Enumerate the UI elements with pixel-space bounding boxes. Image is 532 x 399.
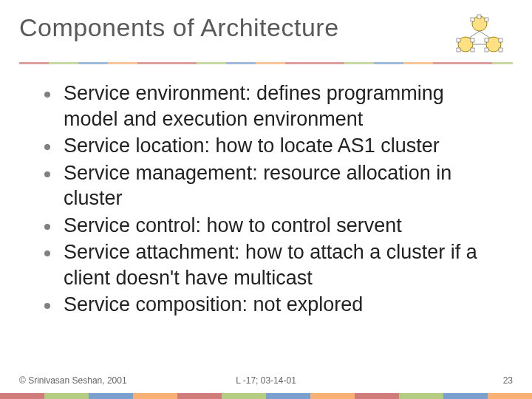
footer-bar [0,393,532,399]
footer: © Srinivasan Seshan, 2001 L -17; 03-14-0… [0,375,532,386]
svg-rect-9 [457,38,460,42]
svg-rect-13 [485,38,488,42]
svg-rect-6 [471,18,474,21]
svg-rect-7 [485,18,488,21]
list-item: Service attachment: how to attach a clus… [44,239,502,290]
svg-line-3 [468,31,480,38]
footer-copyright: © Srinivasan Seshan, 2001 [19,375,127,386]
bullet-text: Service location: how to locate AS1 clus… [64,133,440,159]
list-item: Service composition: not explored [44,292,502,318]
bullet-icon [44,224,50,230]
bullet-list: Service environment: defines programming… [44,81,502,318]
slide-title: Components of Architecture [19,13,339,42]
list-item: Service location: how to locate AS1 clus… [44,133,502,159]
slide-body: Service environment: defines programming… [0,64,532,318]
svg-rect-15 [485,48,488,52]
list-item: Service environment: defines programming… [44,81,502,132]
bullet-icon [44,92,50,98]
bullet-icon [44,144,50,150]
footer-lecture-id: L -17; 03-14-01 [236,375,296,386]
bullet-text: Service environment: defines programming… [64,81,502,132]
svg-rect-12 [471,48,474,52]
bullet-text: Service control: how to control servent [64,213,402,239]
title-row: Components of Architecture [0,0,532,58]
bullet-icon [44,171,50,177]
network-cluster-icon [446,13,513,58]
slide: Components of Architecture [0,0,532,399]
svg-rect-11 [457,48,460,52]
svg-rect-14 [499,38,502,42]
svg-rect-10 [471,38,474,42]
bullet-icon [44,303,50,309]
svg-line-4 [480,31,491,38]
title-underline [19,62,513,64]
svg-rect-8 [477,15,481,18]
list-item: Service control: how to control servent [44,213,502,239]
list-item: Service management: resource allocation … [44,160,502,211]
bullet-text: Service attachment: how to attach a clus… [64,239,502,290]
bullet-text: Service management: resource allocation … [64,160,502,211]
footer-page-number: 23 [503,375,513,386]
svg-rect-16 [499,48,502,52]
bullet-text: Service composition: not explored [64,292,363,318]
bullet-icon [44,250,50,256]
